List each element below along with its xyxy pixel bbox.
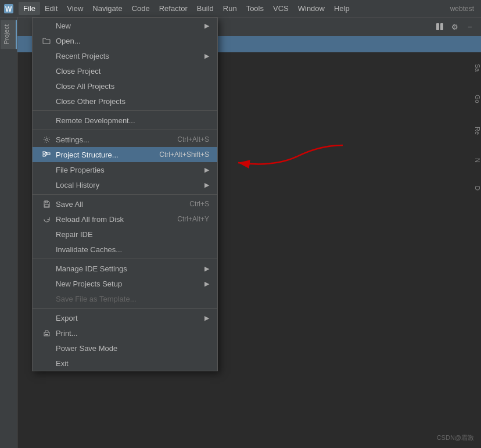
separator-2 <box>33 130 217 130</box>
right-label-go[interactable]: Go <box>464 95 481 103</box>
settings-button[interactable]: ⚙ <box>448 20 461 33</box>
svg-text:W: W <box>5 5 12 13</box>
menu-item-recent-projects[interactable]: Recent Projects ▶ <box>33 48 217 63</box>
menu-item-reload-all[interactable]: Reload All from Disk Ctrl+Alt+Y <box>33 212 217 227</box>
save-icon <box>41 200 52 208</box>
open-icon <box>41 37 52 44</box>
right-label-n[interactable]: N <box>464 158 481 163</box>
svg-rect-5 <box>43 155 45 156</box>
svg-rect-14 <box>45 334 48 335</box>
svg-rect-2 <box>436 23 439 30</box>
submenu-arrow: ▶ <box>204 166 209 174</box>
menu-item-new[interactable]: New ▶ <box>33 18 217 33</box>
reload-icon <box>41 216 52 223</box>
menu-item-local-history[interactable]: Local History ▶ <box>33 177 217 192</box>
menu-item-close-other[interactable]: Close Other Projects <box>33 94 217 109</box>
separator-3 <box>33 194 217 195</box>
menu-file[interactable]: File <box>19 2 40 15</box>
side-tabs: Project <box>0 17 17 448</box>
svg-rect-3 <box>440 23 443 30</box>
menu-vcs[interactable]: VCS <box>268 2 293 15</box>
menu-window[interactable]: Window <box>293 2 329 15</box>
menu-build[interactable]: Build <box>192 2 218 15</box>
submenu-arrow: ▶ <box>204 181 209 189</box>
submenu-arrow: ▶ <box>204 314 209 322</box>
svg-rect-4 <box>43 152 45 153</box>
menu-item-exit[interactable]: Exit <box>33 356 217 371</box>
menu-item-power-save[interactable]: Power Save Mode <box>33 341 217 356</box>
sidebar-item-project[interactable]: Project <box>1 20 17 49</box>
menu-item-close-all[interactable]: Close All Projects <box>33 78 217 94</box>
svg-rect-6 <box>47 153 50 155</box>
menu-item-new-projects[interactable]: New Projects Setup ▶ <box>33 276 217 291</box>
submenu-arrow: ▶ <box>204 265 209 273</box>
menu-help[interactable]: Help <box>329 2 354 15</box>
menu-item-close-project[interactable]: Close Project <box>33 63 217 78</box>
menu-navigate[interactable]: Navigate <box>88 2 127 15</box>
svg-rect-11 <box>45 201 48 203</box>
menu-item-file-properties[interactable]: File Properties ▶ <box>33 162 217 177</box>
file-dropdown-menu: New ▶ Open... Recent Projects ▶ Close Pr… <box>32 17 218 371</box>
menu-item-open[interactable]: Open... <box>33 33 217 48</box>
right-label-sa[interactable]: Sa <box>464 64 481 71</box>
svg-rect-12 <box>45 205 49 207</box>
menu-item-manage-ide[interactable]: Manage IDE Settings ▶ <box>33 261 217 276</box>
watermark: CSDN@霜激 <box>437 433 474 442</box>
menu-item-repair-ide[interactable]: Repair IDE <box>33 227 217 242</box>
menu-run[interactable]: Run <box>218 2 242 15</box>
minimize-button[interactable]: − <box>464 20 476 33</box>
app-logo: W <box>2 2 15 15</box>
submenu-arrow: ▶ <box>204 22 209 30</box>
settings-icon <box>41 136 52 144</box>
app-title: webtest <box>450 5 479 13</box>
submenu-arrow: ▶ <box>204 52 209 60</box>
split-button[interactable] <box>433 20 446 33</box>
menu-item-settings[interactable]: Settings... Ctrl+Alt+S <box>33 132 217 147</box>
right-label-re[interactable]: Re <box>464 127 481 135</box>
menu-code[interactable]: Code <box>127 2 155 15</box>
menu-tools[interactable]: Tools <box>242 2 268 15</box>
separator-4 <box>33 259 217 259</box>
menu-item-invalidate-caches[interactable]: Invalidate Caches... <box>33 242 217 257</box>
menu-refactor[interactable]: Refactor <box>155 2 192 15</box>
separator-1 <box>33 110 217 111</box>
menu-item-project-structure[interactable]: Project Structure... Ctrl+Alt+Shift+S <box>33 147 217 162</box>
right-labels: Sa Go Re N D <box>464 52 481 191</box>
menu-item-save-template: Save File as Template... <box>33 291 217 306</box>
menu-item-remote-dev[interactable]: Remote Development... <box>33 113 217 128</box>
menu-edit[interactable]: Edit <box>40 2 62 15</box>
right-label-d[interactable]: D <box>464 186 481 191</box>
menu-view[interactable]: View <box>62 2 88 15</box>
submenu-arrow: ▶ <box>204 280 209 288</box>
print-icon <box>41 329 52 337</box>
separator-5 <box>33 308 217 309</box>
project-structure-icon <box>41 151 52 159</box>
menu-item-save-all[interactable]: Save All Ctrl+S <box>33 196 217 212</box>
menu-item-print[interactable]: Print... <box>33 325 217 341</box>
menubar: W File Edit View Navigate Code Refactor … <box>0 0 481 17</box>
menu-item-export[interactable]: Export ▶ <box>33 310 217 325</box>
